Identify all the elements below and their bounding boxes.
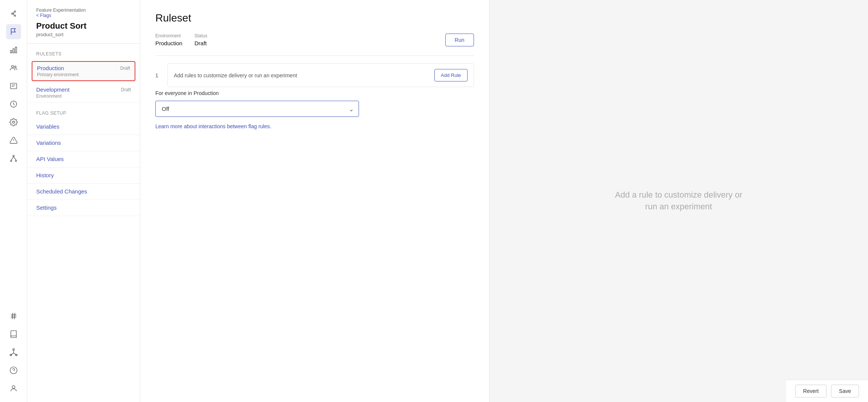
- nav-icon-settings[interactable]: [6, 115, 21, 130]
- nav-icon-segments[interactable]: [6, 151, 21, 166]
- icon-sidebar: [0, 0, 27, 402]
- right-panel: Add a rule to customize delivery or run …: [489, 0, 868, 402]
- nav-icon-flags[interactable]: [6, 24, 21, 39]
- nav-icon-hash[interactable]: [6, 308, 21, 324]
- nav-icon-profile[interactable]: [6, 381, 21, 396]
- svg-point-19: [10, 160, 12, 162]
- nav-icon-history[interactable]: [6, 97, 21, 112]
- sidebar-link-scheduled-changes[interactable]: Scheduled Changes: [27, 184, 140, 200]
- svg-point-0: [11, 13, 13, 14]
- page-subtitle: product_sort: [36, 32, 131, 37]
- svg-rect-8: [15, 47, 17, 53]
- add-rule-button[interactable]: Add Rule: [434, 69, 467, 81]
- ruleset-panel: Ruleset Environment Production Status Dr…: [140, 0, 489, 402]
- development-subtitle: Environment: [36, 94, 131, 99]
- env-value: Production: [155, 40, 182, 46]
- status-meta: Status Draft: [195, 33, 207, 46]
- nav-icon-connections[interactable]: [6, 6, 21, 21]
- development-badge: Draft: [121, 87, 131, 92]
- rulesets-section-label: Rulesets: [27, 44, 140, 60]
- svg-rect-7: [13, 49, 14, 53]
- left-panel-header: Feature Experimentation < Flags Product …: [27, 0, 140, 44]
- revert-button[interactable]: Revert: [795, 385, 827, 397]
- footer: Revert Save: [786, 380, 868, 402]
- svg-point-33: [10, 367, 17, 374]
- meta-row: Environment Production Status Draft Run: [155, 33, 474, 46]
- save-button[interactable]: Save: [831, 385, 859, 397]
- sidebar-link-variables[interactable]: Variables: [27, 119, 140, 135]
- learn-more-link[interactable]: Learn more about interactions between fl…: [155, 123, 271, 129]
- svg-point-9: [11, 66, 14, 68]
- for-everyone-label: For everyone in Production: [155, 90, 474, 96]
- svg-line-26: [14, 313, 15, 319]
- run-button[interactable]: Run: [445, 34, 474, 46]
- api-values-label: API Values: [36, 156, 64, 162]
- page-title: Product Sort: [36, 21, 131, 31]
- svg-point-20: [15, 160, 17, 162]
- svg-line-21: [11, 157, 13, 160]
- nav-icon-org[interactable]: [6, 345, 21, 360]
- svg-point-35: [12, 386, 15, 388]
- development-title: Development: [36, 86, 131, 93]
- sidebar-link-variations[interactable]: Variations: [27, 135, 140, 151]
- svg-line-25: [12, 313, 13, 319]
- nav-icon-pages[interactable]: [6, 78, 21, 94]
- svg-point-18: [13, 155, 14, 157]
- dropdown-wrapper: Off On ⌄: [155, 101, 359, 117]
- nav-icon-metrics[interactable]: [6, 42, 21, 57]
- breadcrumb-parent: Feature Experimentation: [36, 8, 86, 13]
- nav-icon-docs[interactable]: [6, 327, 21, 342]
- sidebar-link-api-values[interactable]: API Values: [27, 151, 140, 167]
- production-badge: Draft: [120, 66, 130, 71]
- nav-icon-help[interactable]: [6, 363, 21, 378]
- rule-box-text: Add rules to customize delivery or run a…: [174, 72, 297, 78]
- environment-meta: Environment Production: [155, 33, 182, 46]
- variables-label: Variables: [36, 123, 59, 130]
- left-panel: Feature Experimentation < Flags Product …: [27, 0, 140, 402]
- sidebar-item-production[interactable]: Draft Production Primary environment: [32, 61, 135, 81]
- svg-line-32: [14, 353, 16, 355]
- env-label: Environment: [155, 33, 182, 38]
- svg-point-10: [14, 66, 16, 68]
- svg-line-4: [13, 14, 14, 15]
- production-title: Production: [37, 65, 130, 71]
- status-value: Draft: [195, 40, 207, 46]
- run-button-wrap: Run: [445, 34, 474, 46]
- off-dropdown[interactable]: Off On: [155, 101, 359, 117]
- nav-icon-audiences[interactable]: [6, 60, 21, 75]
- sidebar-link-settings[interactable]: Settings: [27, 200, 140, 216]
- svg-rect-11: [10, 83, 17, 89]
- nav-icon-alerts[interactable]: [6, 133, 21, 148]
- svg-rect-6: [10, 51, 12, 53]
- ruleset-title: Ruleset: [155, 12, 474, 24]
- sidebar-link-history[interactable]: History: [27, 167, 140, 184]
- right-panel-placeholder: Add a rule to customize delivery or run …: [611, 189, 747, 213]
- breadcrumb: Feature Experimentation < Flags: [36, 8, 131, 18]
- svg-line-31: [11, 353, 13, 355]
- production-subtitle: Primary environment: [37, 72, 130, 77]
- variations-label: Variations: [36, 140, 61, 146]
- rule-row: 1 Add rules to customize delivery or run…: [155, 63, 474, 87]
- settings-label: Settings: [36, 204, 57, 211]
- breadcrumb-link[interactable]: < Flags: [36, 13, 131, 18]
- divider: [155, 55, 474, 56]
- svg-point-15: [12, 121, 15, 123]
- svg-rect-27: [13, 349, 14, 350]
- svg-point-2: [14, 15, 15, 17]
- history-label: History: [36, 172, 54, 178]
- rule-box: Add rules to customize delivery or run a…: [167, 63, 474, 87]
- svg-line-3: [13, 12, 14, 13]
- scheduled-changes-label: Scheduled Changes: [36, 188, 87, 195]
- svg-point-1: [14, 11, 15, 12]
- sidebar-item-development[interactable]: Draft Development Environment: [27, 83, 140, 103]
- svg-line-22: [14, 157, 16, 160]
- status-label: Status: [195, 33, 207, 38]
- rule-number: 1: [155, 72, 161, 78]
- flag-setup-label: Flag Setup: [27, 103, 140, 119]
- main-content: Ruleset Environment Production Status Dr…: [140, 0, 489, 402]
